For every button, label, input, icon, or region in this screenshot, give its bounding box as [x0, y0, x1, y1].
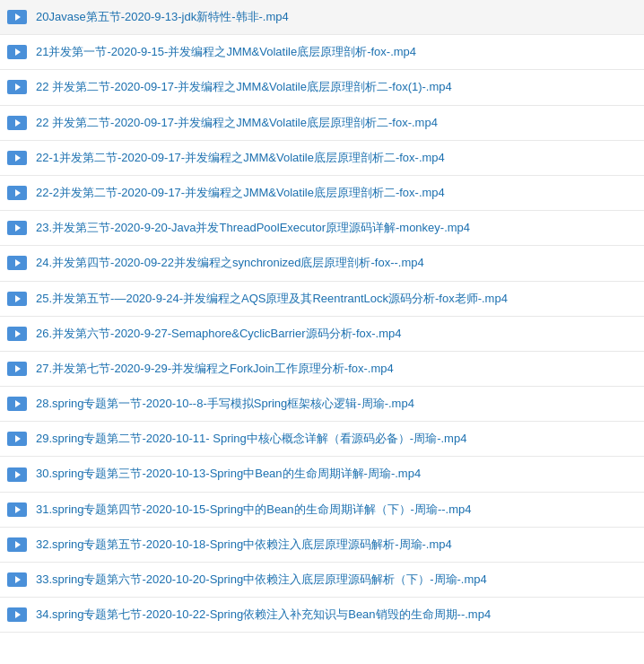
file-name: 31.spring专题第四节-2020-10-15-Spring中的Bean的生… [36, 502, 471, 518]
video-icon [7, 502, 27, 517]
file-name: 22 并发第二节-2020-09-17-并发编程之JMM&Volatile底层原… [36, 79, 452, 95]
list-item[interactable]: 21并发第一节-2020-9-15-并发编程之JMM&Volatile底层原理剖… [0, 35, 644, 70]
video-icon [7, 362, 27, 376]
list-item[interactable]: 20Javase第五节-2020-9-13-jdk新特性-韩非-.mp4 [0, 0, 644, 35]
file-name: 30.spring专题第三节-2020-10-13-Spring中Bean的生命… [36, 466, 421, 482]
video-icon [7, 432, 27, 446]
video-icon [7, 256, 27, 270]
list-item[interactable]: 29.spring专题第二节-2020-10-11- Spring中核心概念详解… [0, 422, 644, 457]
list-item[interactable]: 27.并发第七节-2020-9-29-并发编程之ForkJoin工作原理分析-f… [0, 352, 644, 387]
video-icon [7, 151, 27, 165]
list-item[interactable]: 22-1并发第二节-2020-09-17-并发编程之JMM&Volatile底层… [0, 141, 644, 176]
list-item[interactable]: 24.并发第四节-2020-09-22并发编程之synchronized底层原理… [0, 246, 644, 281]
list-item[interactable]: 34.spring专题第七节-2020-10-22-Spring依赖注入补充知识… [0, 598, 644, 633]
file-name: 21并发第一节-2020-9-15-并发编程之JMM&Volatile底层原理剖… [36, 44, 416, 60]
file-name: 27.并发第七节-2020-9-29-并发编程之ForkJoin工作原理分析-f… [36, 361, 394, 377]
list-item[interactable]: 33.spring专题第六节-2020-10-20-Spring中依赖注入底层原… [0, 563, 644, 598]
video-icon [7, 327, 27, 341]
file-name: 25.并发第五节-—2020-9-24-并发编程之AQS原理及其Reentran… [36, 291, 508, 307]
list-item[interactable]: 30.spring专题第三节-2020-10-13-Spring中Bean的生命… [0, 457, 644, 492]
file-name: 24.并发第四节-2020-09-22并发编程之synchronized底层原理… [36, 255, 424, 271]
video-icon [7, 537, 27, 552]
list-item[interactable]: 22 并发第二节-2020-09-17-并发编程之JMM&Volatile底层原… [0, 106, 644, 141]
file-name: 22-2并发第二节-2020-09-17-并发编程之JMM&Volatile底层… [36, 185, 445, 201]
list-item[interactable]: 26.并发第六节-2020-9-27-Semaphore&CyclicBarri… [0, 317, 644, 352]
video-icon [7, 45, 27, 59]
video-icon [7, 397, 27, 411]
video-icon [7, 221, 27, 235]
file-name: 33.spring专题第六节-2020-10-20-Spring中依赖注入底层原… [36, 572, 487, 588]
file-name: 22 并发第二节-2020-09-17-并发编程之JMM&Volatile底层原… [36, 115, 438, 131]
file-name: 22-1并发第二节-2020-09-17-并发编程之JMM&Volatile底层… [36, 150, 445, 166]
video-icon [7, 467, 27, 482]
video-icon [7, 292, 27, 306]
file-name: 32.spring专题第五节-2020-10-18-Spring中依赖注入底层原… [36, 537, 452, 553]
list-item[interactable]: 25.并发第五节-—2020-9-24-并发编程之AQS原理及其Reentran… [0, 282, 644, 317]
file-name: 29.spring专题第二节-2020-10-11- Spring中核心概念详解… [36, 431, 466, 447]
file-list: 20Javase第五节-2020-9-13-jdk新特性-韩非-.mp421并发… [0, 0, 644, 633]
video-icon [7, 572, 27, 587]
video-icon [7, 80, 27, 94]
list-item[interactable]: 22 并发第二节-2020-09-17-并发编程之JMM&Volatile底层原… [0, 70, 644, 105]
list-item[interactable]: 23.并发第三节-2020-9-20-Java并发ThreadPoolExecu… [0, 211, 644, 246]
file-name: 34.spring专题第七节-2020-10-22-Spring依赖注入补充知识… [36, 607, 491, 623]
video-icon [7, 116, 27, 130]
list-item[interactable]: 22-2并发第二节-2020-09-17-并发编程之JMM&Volatile底层… [0, 176, 644, 211]
file-name: 28.spring专题第一节-2020-10--8-手写模拟Spring框架核心… [36, 396, 414, 412]
video-icon [7, 186, 27, 200]
file-name: 26.并发第六节-2020-9-27-Semaphore&CyclicBarri… [36, 326, 401, 342]
video-icon [7, 10, 27, 24]
list-item[interactable]: 31.spring专题第四节-2020-10-15-Spring中的Bean的生… [0, 493, 644, 528]
video-icon [7, 607, 27, 622]
list-item[interactable]: 28.spring专题第一节-2020-10--8-手写模拟Spring框架核心… [0, 387, 644, 422]
file-name: 20Javase第五节-2020-9-13-jdk新特性-韩非-.mp4 [36, 9, 289, 25]
file-name: 23.并发第三节-2020-9-20-Java并发ThreadPoolExecu… [36, 220, 470, 236]
list-item[interactable]: 32.spring专题第五节-2020-10-18-Spring中依赖注入底层原… [0, 528, 644, 563]
